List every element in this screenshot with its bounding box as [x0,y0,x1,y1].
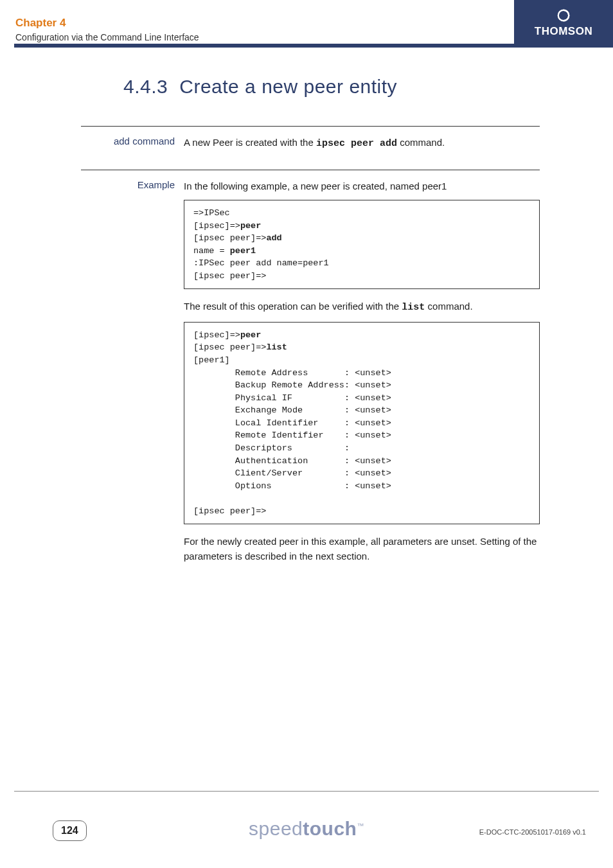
brand-block: THOMSON [514,0,613,46]
chapter-subtitle: Configuration via the Command Line Inter… [15,32,199,42]
header-bar: Chapter 4 Configuration via the Command … [14,0,613,48]
row-body-example: In the following example, a new peer is … [184,179,540,571]
row-add-command: add command A new Peer is created with t… [81,126,540,158]
code-block-1: =>IPSec [ipsec]=>peer [ipsec peer]=>add … [184,200,540,289]
row-label-add-command: add command [81,136,184,146]
example-intro: In the following example, a new peer is … [184,179,540,194]
inline-code: ipsec peer add [316,138,397,149]
section-number: 4.4.3 [123,76,168,97]
chapter-title: Chapter 4 [15,17,199,30]
example-mid-text: The result of this operation can be veri… [184,299,540,315]
brand-icon [556,8,571,22]
add-command-text: A new Peer is created with the ipsec pee… [184,136,540,152]
row-example: Example In the following example, a new … [81,170,540,571]
row-body-add-command: A new Peer is created with the ipsec pee… [184,136,540,158]
section-title: Create a new peer entity [179,76,397,97]
chapter-block: Chapter 4 Configuration via the Command … [15,17,199,42]
section-heading: 4.4.3Create a new peer entity [123,76,397,98]
example-conclusion: For the newly created peer in this examp… [184,535,540,563]
footer: 124 speedtouch™ E-DOC-CTC-20051017-0169 … [14,791,599,829]
brand-name: THOMSON [535,25,592,38]
doc-id: E-DOC-CTC-20051017-0169 v0.1 [479,828,586,836]
row-label-example: Example [81,179,184,190]
content-area: add command A new Peer is created with t… [81,126,540,578]
inline-code: list [402,302,425,313]
code-block-2: [ipsec]=>peer [ipsec peer]=>list [peer1]… [184,322,540,524]
